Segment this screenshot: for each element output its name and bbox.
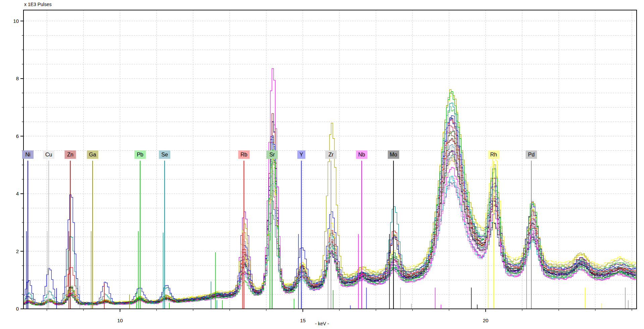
element-label-Ga[interactable]: Ga [89,152,96,157]
y-axis-title: x 1E3 Pulses [24,2,52,7]
element-label-Pd[interactable]: Pd [528,152,535,157]
y-tick-label: 6 [16,133,19,139]
element-label-Nb[interactable]: Nb [358,152,365,157]
element-label-Zr[interactable]: Zr [328,152,334,157]
spectrum-plot-area[interactable]: 0246810101520NiCuZnGaPbSeRbSrYZrNbMoRhPd [0,0,644,329]
y-tick-label: 8 [16,76,19,81]
y-tick-label: 10 [13,18,19,24]
element-label-Ni[interactable]: Ni [25,152,31,157]
element-label-Mo[interactable]: Mo [390,152,397,157]
spectrum-viewer: x 1E3 Pulses 0246810101520NiCuZnGaPbSeRb… [0,0,644,329]
element-label-Cu[interactable]: Cu [45,152,52,157]
element-label-Rh[interactable]: Rh [490,152,497,157]
element-label-Se[interactable]: Se [161,152,168,157]
element-label-Rb[interactable]: Rb [240,152,248,157]
plot-frame [23,10,637,309]
element-label-Y[interactable]: Y [300,152,303,157]
y-tick-label: 2 [16,248,19,254]
y-tick-label: 0 [16,306,19,312]
element-label-Sr[interactable]: Sr [269,152,275,157]
element-label-Zn[interactable]: Zn [67,152,73,157]
x-axis-title: - keV - [0,321,644,326]
spectrum-series [23,103,636,305]
element-label-Pb[interactable]: Pb [137,152,144,157]
y-tick-label: 4 [16,191,19,196]
